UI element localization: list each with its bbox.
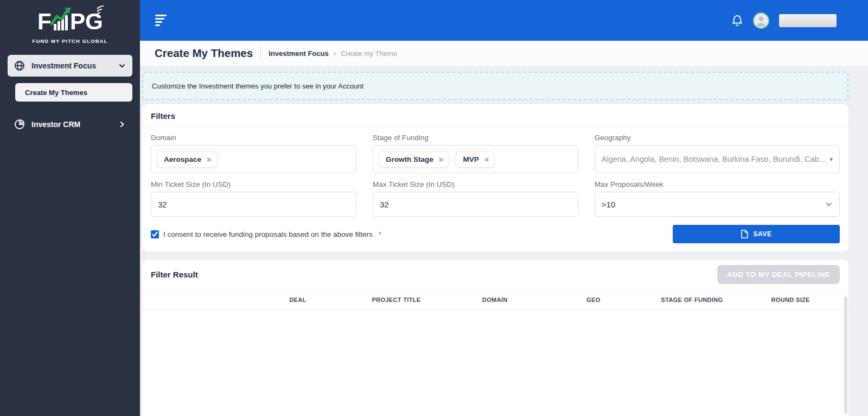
- results-table-header: DEAL PROJECT TITLE DOMAIN GEO STAGE OF F…: [142, 290, 848, 310]
- svg-text:PG: PG: [70, 9, 103, 34]
- person-icon: [754, 14, 768, 28]
- consent-label: I consent to receive funding proposals b…: [163, 230, 373, 238]
- chip-remove-icon[interactable]: ×: [439, 155, 444, 163]
- app-window: F PG FUND MY PITCH GLOBAL Investment Foc: [0, 0, 868, 416]
- geography-select[interactable]: Algeria, Angola, Benin, Botswana, Burkin…: [595, 145, 840, 173]
- table-scrollbar[interactable]: [844, 297, 847, 414]
- logo: F PG FUND MY PITCH GLOBAL: [0, 0, 140, 44]
- globe-icon: [14, 60, 25, 71]
- info-banner-text: Customize the Investment themes you pref…: [152, 82, 363, 90]
- user-name-placeholder[interactable]: [779, 14, 837, 27]
- max-proposals-value: >10: [602, 200, 615, 209]
- min-ticket-field: Min Ticket Size (In USD): [151, 180, 356, 217]
- chip-remove-icon[interactable]: ×: [207, 155, 212, 163]
- sidebar-item-label: Investor CRM: [31, 120, 80, 129]
- sidebar-item-investor-crm[interactable]: Investor CRM: [8, 115, 132, 134]
- sidebar-item-investment-focus[interactable]: Investment Focus: [8, 55, 132, 77]
- stage-field: Stage of Funding Growth Stage × MVP ×: [373, 134, 578, 173]
- chip-label: Growth Stage: [386, 155, 433, 163]
- info-banner: Customize the Investment themes you pref…: [142, 72, 848, 100]
- chevron-down-icon: [118, 62, 126, 70]
- add-to-deal-pipeline-button[interactable]: ADD TO MY DEAL PIPELINE: [717, 265, 840, 284]
- topbar: [140, 0, 868, 41]
- geography-label: Geography: [595, 134, 840, 142]
- breadcrumb-parent[interactable]: Investment Focus: [269, 49, 329, 58]
- svg-text:F: F: [37, 9, 52, 34]
- column-header-geo: GEO: [544, 297, 643, 303]
- sidebar: F PG FUND MY PITCH GLOBAL Investment Foc: [0, 0, 140, 416]
- stage-chip: Growth Stage ×: [379, 151, 450, 168]
- logo-subtitle: FUND MY PITCH GLOBAL: [0, 38, 140, 44]
- consent-row: I consent to receive funding proposals b…: [151, 230, 381, 238]
- chevron-right-icon: [118, 121, 126, 128]
- required-asterisk: *: [379, 230, 381, 238]
- breadcrumb-current: Create my Theme: [341, 49, 397, 58]
- consent-checkbox[interactable]: [151, 230, 159, 238]
- title-divider: [260, 46, 261, 60]
- geography-value: Algeria, Angola, Benin, Botswana, Burkin…: [602, 155, 826, 163]
- min-ticket-input[interactable]: [151, 192, 356, 217]
- domain-label: Domain: [151, 134, 356, 142]
- sidebar-subitem-label: Create My Themes: [25, 89, 87, 97]
- column-header-project-title: PROJECT TITLE: [347, 297, 446, 303]
- main-content: Customize the Investment themes you pref…: [140, 66, 868, 416]
- domain-multiselect[interactable]: Aerospace ×: [151, 145, 356, 173]
- stage-multiselect[interactable]: Growth Stage × MVP ×: [373, 145, 578, 173]
- save-button-label: SAVE: [753, 230, 771, 238]
- sidebar-item-label: Investment Focus: [31, 61, 96, 70]
- caret-down-icon: ▾: [829, 156, 833, 163]
- page-title: Create My Themes: [155, 47, 253, 60]
- domain-field: Domain Aerospace ×: [151, 134, 356, 173]
- max-proposals-select[interactable]: >10: [595, 192, 840, 217]
- filter-result-card: Filter Result ADD TO MY DEAL PIPELINE DE…: [142, 260, 848, 416]
- document-icon: [741, 230, 748, 238]
- notifications-bell-icon[interactable]: [731, 14, 743, 27]
- save-button[interactable]: SAVE: [673, 225, 840, 243]
- chevron-down-icon: [825, 200, 833, 208]
- column-header-deal: DEAL: [248, 297, 347, 303]
- max-ticket-input[interactable]: [373, 192, 578, 217]
- max-proposals-field: Max Proposals/Week >10: [595, 180, 840, 217]
- chip-label: Aerospace: [164, 155, 201, 163]
- menu-toggle-icon[interactable]: [155, 15, 167, 26]
- filters-title: Filters: [142, 104, 848, 127]
- max-proposals-label: Max Proposals/Week: [595, 180, 840, 188]
- page-header: Create My Themes Investment Focus › Crea…: [140, 41, 868, 66]
- geography-field: Geography Algeria, Angola, Benin, Botswa…: [595, 134, 840, 173]
- filters-card: Filters Domain Aerospace × Stage of Fund…: [142, 104, 848, 252]
- breadcrumb: Investment Focus › Create my Theme: [269, 49, 397, 58]
- breadcrumb-separator-icon: ›: [334, 49, 336, 58]
- chip-remove-icon[interactable]: ×: [484, 155, 489, 163]
- pie-chart-icon: [14, 119, 25, 130]
- user-avatar[interactable]: [753, 12, 769, 29]
- min-ticket-label: Min Ticket Size (In USD): [151, 180, 356, 188]
- sidebar-item-create-my-themes[interactable]: Create My Themes: [15, 83, 132, 102]
- stage-label: Stage of Funding: [373, 134, 578, 142]
- column-header-round-size: ROUND SIZE: [741, 297, 840, 303]
- max-ticket-field: Max Ticket Size (In USD): [373, 180, 578, 217]
- results-table-body-empty: [142, 310, 848, 408]
- fmpg-logo-icon: F PG: [36, 5, 104, 35]
- chip-label: MVP: [463, 155, 478, 163]
- domain-chip: Aerospace ×: [157, 151, 218, 168]
- max-ticket-label: Max Ticket Size (In USD): [373, 180, 578, 188]
- filter-result-title: Filter Result: [151, 270, 198, 279]
- column-header-domain: DOMAIN: [445, 297, 544, 303]
- stage-chip: MVP ×: [456, 151, 495, 168]
- column-header-stage-of-funding: STAGE OF FUNDING: [643, 297, 742, 303]
